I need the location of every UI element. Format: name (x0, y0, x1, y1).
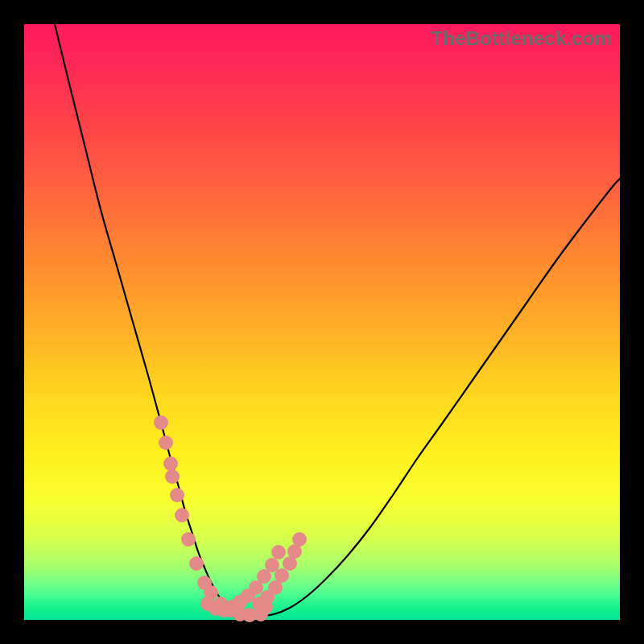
chart-frame: TheBottleneck.com (0, 0, 644, 644)
bottleneck-curve-line (55, 24, 620, 616)
data-point (170, 488, 184, 502)
data-point (154, 415, 168, 430)
data-point (163, 456, 178, 471)
data-point (200, 597, 215, 611)
data-point (292, 532, 307, 547)
data-point (165, 469, 180, 484)
plot-area: TheBottleneck.com (24, 24, 620, 620)
data-point (175, 508, 189, 522)
chart-svg (24, 24, 620, 620)
data-point (181, 532, 196, 547)
data-point (189, 556, 204, 571)
data-points-group (154, 415, 307, 622)
data-point (271, 545, 286, 559)
data-point (258, 600, 273, 614)
data-point (159, 436, 173, 450)
